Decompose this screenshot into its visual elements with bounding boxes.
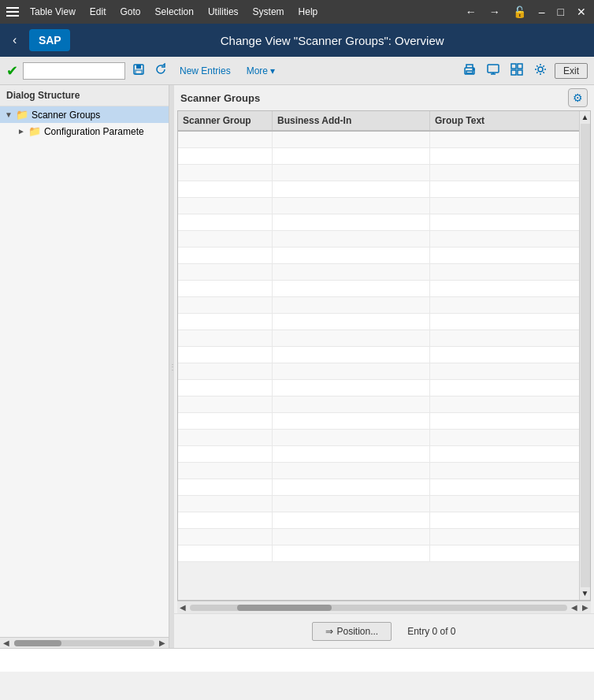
table-row[interactable] xyxy=(178,479,579,496)
more-button[interactable]: More ▾ xyxy=(241,63,280,79)
hamburger-menu[interactable] xyxy=(3,4,22,20)
table-row[interactable] xyxy=(178,231,579,248)
cell-group-text xyxy=(430,512,579,528)
new-entries-label: New Entries xyxy=(180,65,231,76)
menu-goto[interactable]: Goto xyxy=(114,3,147,20)
hscroll-left-arrow[interactable]: ◀ xyxy=(177,601,188,613)
settings-toolbar-button[interactable] xyxy=(531,60,550,82)
left-horizontal-scrollbar[interactable]: ◀ ▶ xyxy=(0,637,169,648)
page-title: Change View "Scanner Groups": Overview xyxy=(76,34,588,47)
table-settings-icon[interactable]: ⚙ xyxy=(568,88,588,107)
hscroll-track[interactable] xyxy=(190,605,567,611)
table-row[interactable] xyxy=(178,281,579,297)
toolbar: ✔ New Entries More ▾ Exit xyxy=(0,57,594,85)
table-row[interactable] xyxy=(178,248,579,264)
menu-system[interactable]: System xyxy=(247,3,291,20)
cell-scanner-group xyxy=(178,463,273,478)
table-row[interactable] xyxy=(178,330,579,347)
menu-tableview[interactable]: Table View xyxy=(24,3,82,20)
screen-button[interactable] xyxy=(484,60,503,82)
nav-forward-btn[interactable]: → xyxy=(484,4,505,20)
table-row[interactable] xyxy=(178,165,579,181)
table-row[interactable] xyxy=(178,463,579,479)
minimize-btn[interactable]: – xyxy=(534,4,550,20)
menu-help[interactable]: Help xyxy=(292,3,325,20)
table-horizontal-scrollbar[interactable]: ◀ ◀ ▶ xyxy=(177,601,591,613)
new-entries-button[interactable]: New Entries xyxy=(174,63,236,79)
table-row[interactable] xyxy=(178,380,579,397)
table-row[interactable] xyxy=(178,297,579,314)
cell-group-text xyxy=(430,347,579,363)
command-input[interactable] xyxy=(23,62,125,80)
table-row[interactable] xyxy=(178,397,579,413)
vscroll-down-arrow[interactable]: ▼ xyxy=(580,587,591,600)
layout-button[interactable] xyxy=(507,60,526,82)
cell-scanner-group xyxy=(178,512,273,528)
cell-group-text xyxy=(430,248,579,263)
cell-group-text xyxy=(430,479,579,495)
table-row[interactable] xyxy=(178,446,579,463)
table-row[interactable] xyxy=(178,314,579,330)
window-controls: ← → 🔓 – □ ✕ xyxy=(461,4,591,20)
vscroll-track[interactable] xyxy=(581,124,590,587)
table-row[interactable] xyxy=(178,512,579,529)
nav-back-btn[interactable]: ← xyxy=(461,4,481,20)
left-scroll-right-arrow[interactable]: ▶ xyxy=(156,637,169,648)
maximize-btn[interactable]: □ xyxy=(553,4,569,20)
vscroll-up-arrow[interactable]: ▲ xyxy=(580,111,591,124)
cell-badi xyxy=(273,496,430,512)
check-icon[interactable]: ✔ xyxy=(6,62,18,80)
table-row[interactable] xyxy=(178,529,579,545)
save-button[interactable] xyxy=(130,61,147,81)
menu-edit[interactable]: Edit xyxy=(84,3,113,20)
more-arrow-icon: ▾ xyxy=(270,65,275,76)
tree-item-config-params[interactable]: ► 📁 Configuration Paramete xyxy=(0,123,169,140)
hscroll-thumb[interactable] xyxy=(237,605,332,611)
cell-badi xyxy=(273,463,430,478)
table-row[interactable] xyxy=(178,430,579,446)
table-row[interactable] xyxy=(178,198,579,214)
dialog-structure-header: Dialog Structure xyxy=(0,85,169,106)
close-btn[interactable]: ✕ xyxy=(572,4,591,20)
cell-badi xyxy=(273,330,430,346)
back-button[interactable]: ‹ xyxy=(6,30,23,50)
table-row[interactable] xyxy=(178,496,579,512)
cell-scanner-group xyxy=(178,281,273,296)
table-row[interactable] xyxy=(178,545,579,562)
exit-button[interactable]: Exit xyxy=(555,63,588,79)
key-icon[interactable]: 🔓 xyxy=(508,4,531,20)
menu-utilities[interactable]: Utilities xyxy=(202,3,245,20)
table-row[interactable] xyxy=(178,214,579,231)
hscroll-next-arrow[interactable]: ▶ xyxy=(580,601,591,613)
table-row[interactable] xyxy=(178,413,579,430)
vertical-scrollbar[interactable]: ▲ ▼ xyxy=(579,111,590,600)
refresh-button[interactable] xyxy=(152,61,169,81)
left-scroll-thumb[interactable] xyxy=(14,640,61,646)
table-row[interactable] xyxy=(178,347,579,363)
cell-group-text xyxy=(430,430,579,445)
cell-group-text xyxy=(430,181,579,197)
hscroll-prev-arrow[interactable]: ◀ xyxy=(569,601,580,613)
statusbar xyxy=(0,648,594,672)
entry-info: Entry 0 of 0 xyxy=(407,626,455,637)
menu-selection[interactable]: Selection xyxy=(149,3,200,20)
tree-item-scanner-groups[interactable]: ▼ 📁 Scanner Groups xyxy=(0,106,169,123)
cell-scanner-group xyxy=(178,397,273,412)
table-row[interactable] xyxy=(178,264,579,281)
svg-point-11 xyxy=(538,67,543,72)
cell-scanner-group xyxy=(178,231,273,247)
cell-scanner-group xyxy=(178,380,273,396)
left-scroll-left-arrow[interactable]: ◀ xyxy=(0,637,13,648)
tree-item-label: Scanner Groups xyxy=(32,110,100,121)
position-button[interactable]: ⇒ Position... xyxy=(312,622,392,641)
table-row[interactable] xyxy=(178,181,579,198)
left-panel: Dialog Structure ▼ 📁 Scanner Groups ► 📁 … xyxy=(0,85,169,648)
cell-group-text xyxy=(430,198,579,214)
print-button[interactable] xyxy=(460,60,479,82)
cell-group-text xyxy=(430,463,579,478)
table-row[interactable] xyxy=(178,132,579,148)
table-row[interactable] xyxy=(178,148,579,165)
cell-badi xyxy=(273,181,430,197)
left-scroll-track[interactable] xyxy=(14,640,154,646)
table-row[interactable] xyxy=(178,363,579,380)
